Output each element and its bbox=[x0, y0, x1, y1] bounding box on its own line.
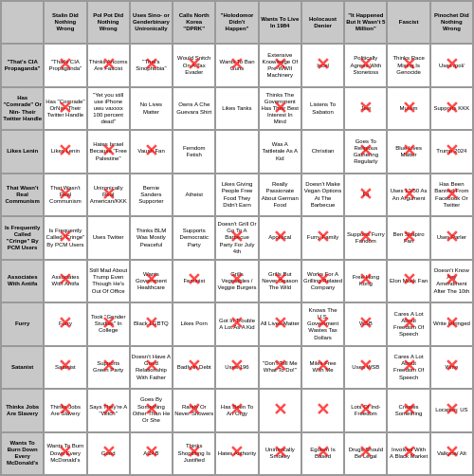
cell-text-1-4: Likes Tanks bbox=[222, 105, 251, 112]
cell-5-9: Ben Shapiro Fan✕ bbox=[387, 216, 429, 259]
cell-text-3-5: Really Passionate About German Food bbox=[261, 181, 300, 209]
x-mark-5-9: ✕ bbox=[445, 271, 459, 292]
cell-text-4-2: Thinks BLM Was Mostly Peaceful bbox=[132, 228, 171, 248]
cell-5-0: Is Frequently Called "Cringe" By PCM Use… bbox=[1, 216, 44, 259]
x-mark-8-3: ✕ bbox=[187, 400, 201, 421]
x-mark-0-5: ✕ bbox=[273, 55, 287, 76]
x-mark-4-6: ✕ bbox=[316, 228, 330, 248]
cell-6-10: Doesn't Know Any Amendment After The 10t… bbox=[430, 260, 473, 302]
cell-6-7: Works For A Grilling Related Company✕ bbox=[301, 260, 344, 302]
cell-0-4: Calls North Korea "DPRK" bbox=[173, 1, 215, 44]
x-mark-9-8: ✕ bbox=[402, 443, 416, 464]
cell-0-7: Holocaust Denier bbox=[301, 1, 344, 44]
cell-3-3: Vaush Fan✕ bbox=[130, 130, 173, 173]
col-header-7: Holocaust Denier bbox=[303, 16, 342, 29]
x-mark-0-4: ✕ bbox=[229, 55, 244, 76]
cell-text-1-2: No Lives Matter bbox=[132, 101, 171, 115]
x-mark-1-9: ✕ bbox=[445, 99, 459, 119]
cell-2-4: Owns A Che Guevara Shirt bbox=[173, 87, 215, 130]
x-mark-6-9: ✕ bbox=[445, 314, 459, 335]
cell-9-7: ✕ bbox=[301, 389, 344, 431]
x-mark-8-7: ✕ bbox=[358, 400, 373, 421]
x-mark-8-2: ✕ bbox=[144, 400, 158, 421]
cell-8-8: Uses WSB✕ bbox=[344, 346, 387, 389]
cell-8-3: Doesn't Have A Good Relationship With Fa… bbox=[130, 346, 173, 389]
cell-5-6: Apolitical✕ bbox=[259, 216, 301, 259]
cell-4-4: Atheist bbox=[173, 174, 215, 216]
cell-5-1: Is Frequently Called "Cringe" By PCM Use… bbox=[44, 216, 86, 259]
cell-2-1: Has "Comrade" OrNin- Their Twitter Handl… bbox=[44, 87, 86, 130]
cell-6-5: Grills Vegetables / Veggie Burgers✕ bbox=[215, 260, 258, 302]
x-mark-9-9: ✕ bbox=[445, 443, 459, 464]
x-mark-7-2: ✕ bbox=[144, 357, 158, 378]
cell-2-3: No Lives Matter bbox=[130, 87, 173, 130]
row-header-9: Thinks Jobs Are Slavery bbox=[3, 404, 42, 417]
x-mark-8-9: ✕ bbox=[445, 400, 459, 421]
cell-4-1: That Wasn't Real Communism✕ bbox=[44, 174, 86, 216]
x-mark-6-2: ✕ bbox=[144, 314, 158, 335]
cell-3-8: Goes To Religious Gathering Regularly✕ bbox=[344, 130, 387, 173]
x-mark-1-7: ✕ bbox=[358, 99, 373, 119]
cell-0-5: "Holodomor Didn't Happen" bbox=[215, 1, 258, 44]
cell-4-2: Unironically Real American/KKK✕ bbox=[87, 174, 130, 216]
cell-1-3: "That's Sinophobia"✕ bbox=[130, 44, 173, 86]
x-mark-7-5: ✕ bbox=[273, 357, 287, 378]
x-mark-9-6: ✕ bbox=[316, 443, 330, 464]
cell-3-5 bbox=[215, 130, 258, 173]
cell-7-2: Took "Gender Studies" In College✕ bbox=[87, 302, 130, 345]
x-mark-9-3: ✕ bbox=[187, 443, 201, 464]
x-mark-5-4: ✕ bbox=[229, 271, 244, 292]
x-mark-2-7: ✕ bbox=[358, 141, 373, 162]
cell-1-1: "That's CIA Propaganda"✕ bbox=[44, 44, 86, 86]
cell-10-3: ACAB✕ bbox=[130, 432, 173, 475]
cell-9-4: Rarely Or Never Showers✕ bbox=[173, 389, 215, 431]
col-header-4: Calls North Korea "DPRK" bbox=[174, 12, 213, 33]
cell-0-1: Stalin Did Nothing Wrong bbox=[44, 1, 86, 44]
cell-text-3-2: Bernie Sanders Supporter bbox=[132, 185, 171, 206]
cell-0-8: "It Happened But It Wasn't 5 Million" bbox=[344, 1, 387, 44]
row-header-8: Satanist bbox=[11, 364, 33, 371]
cell-3-4: Femdom Fetish bbox=[173, 130, 215, 173]
x-mark-5-6: ✕ bbox=[316, 271, 330, 292]
cell-5-8: Supports Furry Fandom✕ bbox=[344, 216, 387, 259]
cell-8-2: Supports Green Party✕ bbox=[87, 346, 130, 389]
cell-9-5: Has Been To An Orgy✕ bbox=[215, 389, 258, 431]
x-mark-5-2: ✕ bbox=[144, 271, 158, 292]
cell-0-3: Uses Sino- or Genderbinary Unironically bbox=[130, 1, 173, 44]
x-mark-1-8: ✕ bbox=[402, 99, 416, 119]
cell-text-2-5: Was A Tattletale As A Kid bbox=[261, 141, 300, 162]
x-mark-9-1: ✕ bbox=[101, 443, 116, 464]
x-mark-6-6: ✕ bbox=[316, 314, 330, 335]
cell-7-7: Knows The U.S. Government Wastes Tax Dol… bbox=[301, 302, 344, 345]
col-header-1: Stalin Did Nothing Wrong bbox=[46, 12, 84, 33]
x-mark-7-0: ✕ bbox=[58, 357, 72, 378]
cell-text-6-3: Likes Porn bbox=[181, 320, 208, 327]
cell-0-0 bbox=[1, 1, 44, 44]
cell-4-0: That Wasn't Real Communism bbox=[1, 174, 44, 216]
col-header-2: Pol Pot Did Nothing Wrong bbox=[89, 12, 128, 33]
cell-text-3-4: Likes Giving People Free Food They Didn'… bbox=[217, 181, 256, 209]
cell-text-2-3: Femdom Fetish bbox=[174, 145, 213, 158]
cell-7-5: Got In Trouble A Lot As A Kid✕ bbox=[215, 302, 258, 345]
cell-10-8: Drugs Should Be Legal✕ bbox=[344, 432, 387, 475]
x-mark-0-8: ✕ bbox=[402, 55, 416, 76]
cell-8-6: "Don't Tell Me What To Do!"✕ bbox=[259, 346, 301, 389]
row-header-4: That Wasn't Real Communism bbox=[3, 185, 42, 206]
cell-2-5: Likes Tanks bbox=[215, 87, 258, 130]
cell-2-7: Listens To Sabaton bbox=[301, 87, 344, 130]
x-mark-0-6: ✕ bbox=[316, 55, 330, 76]
row-header-6: Associates With Antifa bbox=[3, 274, 42, 287]
cell-text-3-6: Doesn't Make Vegan Options At The Barbec… bbox=[303, 181, 342, 209]
cell-8-5: Uses 196✕ bbox=[215, 346, 258, 389]
x-mark-8-6: ✕ bbox=[316, 400, 330, 421]
cell-0-2: Pol Pot Did Nothing Wrong bbox=[87, 1, 130, 44]
cell-10-2: Good✕ bbox=[87, 432, 130, 475]
cell-7-9: Cares A Lot About Freedom Of Speech✕ bbox=[387, 302, 429, 345]
x-mark-9-2: ✕ bbox=[144, 443, 158, 464]
row-header-3: Likes Lenin bbox=[7, 148, 38, 155]
cell-9-6: ✕ bbox=[259, 389, 301, 431]
cell-7-8: WSB✕ bbox=[344, 302, 387, 345]
cell-3-9: Blue Lives Matter✕ bbox=[387, 130, 429, 173]
x-mark-0-3: ✕ bbox=[187, 55, 201, 76]
cell-4-7: Doesn't Make Vegan Options At The Barbec… bbox=[301, 174, 344, 216]
